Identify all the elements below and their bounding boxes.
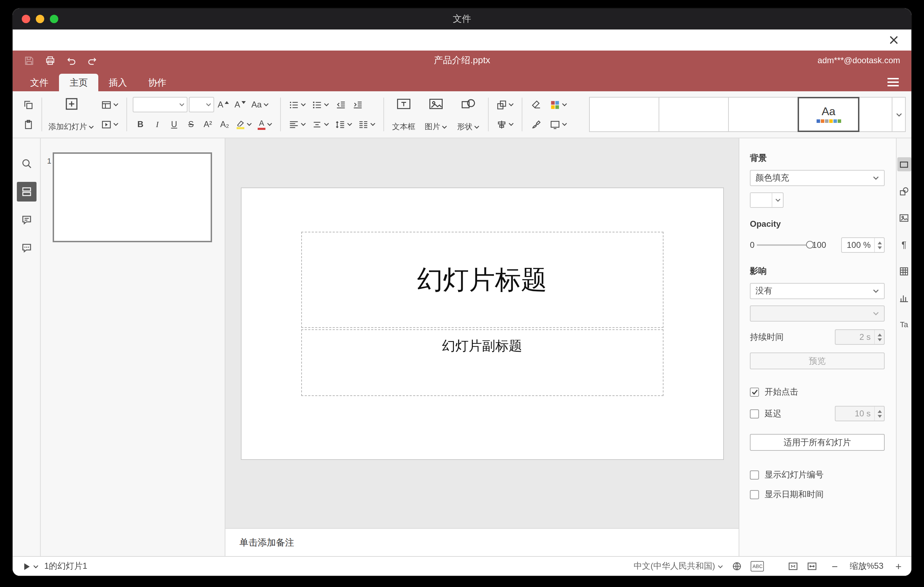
font-color-button[interactable]: A <box>256 116 274 133</box>
horizontal-align-button[interactable] <box>287 116 308 133</box>
delay-spinner[interactable] <box>874 407 884 420</box>
textart-settings-tab[interactable]: Ta <box>897 317 911 331</box>
save-button[interactable] <box>24 55 35 66</box>
table-settings-tab[interactable] <box>897 264 911 278</box>
show-datetime-checkbox-unchecked[interactable] <box>750 490 759 499</box>
duration-spinner[interactable] <box>874 330 884 344</box>
paragraph-settings-tab[interactable]: ¶ <box>897 237 911 251</box>
paste-button[interactable] <box>20 116 36 133</box>
change-case-button[interactable]: Aa <box>249 96 271 113</box>
tab-collaboration[interactable]: 协作 <box>138 74 177 91</box>
zoom-out-button[interactable]: − <box>832 560 838 572</box>
show-slide-number-checkbox-unchecked[interactable] <box>750 470 759 480</box>
theme-option-selected[interactable]: Aa <box>798 97 860 132</box>
shape-settings-tab[interactable] <box>897 184 911 198</box>
slide[interactable]: 幻灯片标题 幻灯片副标题 <box>241 188 723 459</box>
start-slideshow-button[interactable] <box>99 116 121 133</box>
search-button[interactable] <box>16 154 36 173</box>
underline-button[interactable]: U <box>167 116 182 133</box>
notes-area[interactable]: 单击添加备注 <box>225 528 739 556</box>
bold-button[interactable]: B <box>133 116 148 133</box>
opacity-spinner[interactable] <box>874 238 884 252</box>
zoom-in-button[interactable]: + <box>895 560 901 572</box>
delay-input[interactable]: 10 s <box>835 406 885 421</box>
tab-file[interactable]: 文件 <box>20 74 59 91</box>
insert-textbox-button[interactable]: 文本框 <box>388 95 420 134</box>
bullets-button[interactable] <box>287 96 308 113</box>
subscript-button[interactable]: A₂ <box>217 116 233 133</box>
change-layout-button[interactable] <box>99 96 121 113</box>
increase-font-button[interactable]: A <box>216 96 231 113</box>
vertical-align-button[interactable] <box>310 116 332 133</box>
font-size-combo[interactable] <box>189 97 214 112</box>
fit-to-width-button[interactable] <box>807 561 818 572</box>
line-spacing-button[interactable] <box>333 116 355 133</box>
minimize-window-button[interactable] <box>36 15 44 23</box>
effect-select[interactable]: 没有 <box>750 283 885 299</box>
comments-button[interactable] <box>16 210 36 229</box>
slide-thumbnail[interactable] <box>53 152 212 242</box>
opacity-slider-knob[interactable] <box>806 241 813 249</box>
slide-title-placeholder[interactable]: 幻灯片标题 <box>301 232 663 328</box>
copy-style-button[interactable] <box>528 116 543 133</box>
background-color-picker[interactable] <box>750 192 784 208</box>
duration-input[interactable]: 2 s <box>835 329 885 345</box>
add-slide-button[interactable]: 添加幻灯片 <box>46 95 97 134</box>
effect-type-select[interactable] <box>750 305 885 322</box>
feedback-button[interactable] <box>16 238 36 258</box>
strikeout-button[interactable]: S <box>183 116 199 133</box>
theme-option[interactable] <box>589 97 659 132</box>
language-selector[interactable]: 中文(中华人民共和国) <box>634 560 724 572</box>
start-on-click-checkbox-checked[interactable] <box>750 387 759 397</box>
tab-home[interactable]: 主页 <box>59 74 98 91</box>
numbering-button[interactable] <box>310 96 332 113</box>
align-shape-button[interactable] <box>494 116 516 133</box>
show-slide-number-row[interactable]: 显示幻灯片编号 <box>750 469 885 481</box>
slide-settings-tab[interactable] <box>897 157 911 171</box>
italic-button[interactable]: I <box>150 116 165 133</box>
decrease-font-button[interactable]: A <box>233 96 248 113</box>
theme-gallery-expand-button[interactable] <box>892 97 906 132</box>
slides-panel-button[interactable] <box>16 182 36 201</box>
copy-button[interactable] <box>20 96 36 113</box>
columns-button[interactable] <box>356 116 378 133</box>
apply-to-all-slides-button[interactable]: 适用于所有幻灯片 <box>750 434 885 451</box>
decrease-indent-button[interactable] <box>333 96 348 113</box>
chart-settings-tab[interactable] <box>897 291 911 305</box>
header-menu-button[interactable] <box>888 78 899 86</box>
opacity-slider[interactable] <box>757 244 810 246</box>
close-editor-button[interactable] <box>886 32 901 48</box>
superscript-button[interactable]: A² <box>200 116 216 133</box>
slide-subtitle-placeholder[interactable]: 幻灯片副标题 <box>301 329 663 396</box>
fit-to-slide-button[interactable] <box>788 561 799 572</box>
redo-button[interactable] <box>87 55 97 66</box>
document-language-button[interactable] <box>732 561 742 572</box>
image-settings-tab[interactable] <box>897 211 911 225</box>
theme-option[interactable] <box>658 97 729 132</box>
delay-checkbox-unchecked[interactable] <box>750 409 759 418</box>
theme-option[interactable] <box>728 97 798 132</box>
color-scheme-button[interactable] <box>548 96 569 113</box>
insert-shape-button[interactable]: 形状 <box>452 95 485 134</box>
spellcheck-button[interactable]: ABC <box>751 561 764 572</box>
close-window-button[interactable] <box>22 15 30 23</box>
arrange-shape-button[interactable] <box>494 96 516 113</box>
undo-button[interactable] <box>66 55 76 66</box>
increase-indent-button[interactable] <box>350 96 365 113</box>
highlight-color-button[interactable] <box>234 116 254 133</box>
start-on-click-row[interactable]: 开始点击 <box>750 386 885 398</box>
zoom-window-button[interactable] <box>50 15 58 23</box>
insert-image-button[interactable]: 图片 <box>420 95 452 134</box>
clear-style-button[interactable] <box>528 96 543 113</box>
slide-size-button[interactable] <box>548 116 569 133</box>
tab-insert[interactable]: 插入 <box>98 74 138 91</box>
theme-option[interactable] <box>859 97 893 132</box>
start-slideshow-status-button[interactable] <box>23 562 39 571</box>
align-left-icon <box>289 119 299 130</box>
preview-button[interactable]: 预览 <box>750 353 885 369</box>
font-name-combo[interactable] <box>133 97 188 112</box>
print-button[interactable] <box>45 55 56 66</box>
opacity-input[interactable]: 100 % <box>841 237 885 253</box>
background-fill-select[interactable]: 颜色填充 <box>750 170 885 186</box>
show-datetime-row[interactable]: 显示日期和时间 <box>750 489 885 501</box>
